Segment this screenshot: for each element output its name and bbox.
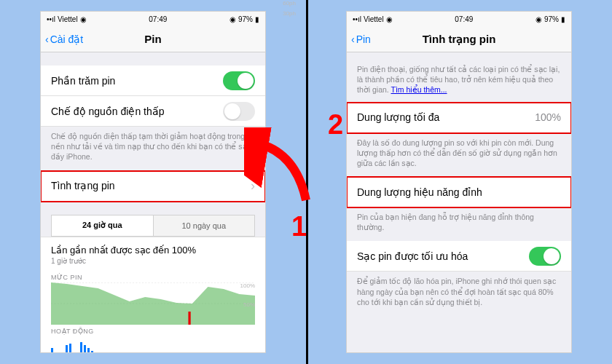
battery-health-row[interactable]: Tình trạng pin › [41,171,265,202]
carrier-label: Viettel [364,15,384,23]
status-bar: ••ılViettel◉ 07:49 ◉97%▮ [41,12,265,26]
max-capacity-footer: Đây là số đo dung lượng pin so với khi p… [347,133,571,178]
step-arrow-icon [244,127,317,215]
back-label: Cài đặt [50,33,84,45]
row-label: Dung lượng tối đa [357,111,439,123]
row-label: Sạc pin được tối ưu hóa [357,250,468,262]
wifi-icon: ◉ [386,15,393,23]
seg-10d[interactable]: 10 ngày qua [154,215,255,236]
max-capacity-value: 100% [535,111,561,123]
intro-text: Pin điện thoại, giống như tất cả các loạ… [347,52,571,103]
alarm-icon: ◉ [230,15,236,23]
back-button[interactable]: ‹Pin [347,33,371,45]
phone-screen-1: ••ılViettel◉ 07:49 ◉97%▮ ‹Cài đặt Pin Ph… [40,11,266,353]
battery-icon: ▮ [561,15,565,23]
status-bar: ••ılViettel◉ 07:49 ◉97%▮ [347,12,571,26]
step-2-label: 2 [328,109,343,141]
chevron-left-icon: ‹ [351,33,355,45]
nav-bar: ‹Cài đặt Pin [41,26,265,52]
low-power-mode-row[interactable]: Chế độ nguồn điện thấp [41,96,265,127]
back-button[interactable]: ‹Cài đặt [41,33,83,45]
last-charge-sub: 1 giờ trước [41,257,265,271]
battery-level-chart: 100% 50% [41,282,265,325]
alarm-icon: ◉ [536,15,542,23]
clock: 07:49 [455,15,473,23]
row-label: Chế độ nguồn điện thấp [51,106,165,117]
activity-label: HOẠT ĐỘNG [41,325,265,336]
nav-title: Tình trạng pin [347,33,571,46]
back-label: Pin [356,33,371,45]
peak-performance-row[interactable]: Dung lượng hiệu năng đỉnh [347,177,571,207]
battery-pct: 97% [238,15,253,23]
time-range-segment[interactable]: 24 giờ qua 10 ngày qua [51,215,255,237]
max-capacity-row[interactable]: Dung lượng tối đa 100% [347,103,571,133]
optimized-charging-row[interactable]: Sạc pin được tối ưu hóa [347,241,571,272]
battery-pct: 97% [544,15,559,23]
optimized-charging-footer: Để giảm tốc độ lão hóa pin, iPhone ghi n… [347,272,571,316]
wifi-icon: ◉ [80,15,87,23]
activity-chart: 60ph 30ph [41,336,265,353]
carrier-label: Viettel [58,15,78,23]
step-1-label: 1 [291,211,307,242]
row-label: Phần trăm pin [51,75,115,87]
signal-icon: ••ıl [353,15,361,23]
clock: 07:49 [149,15,167,23]
intro-body: Pin điện thoại, giống như tất cả các loạ… [357,65,560,94]
learn-more-link[interactable]: Tìm hiểu thêm... [391,85,447,94]
level-label: MỨC PIN [41,271,265,282]
row-label: Dung lượng hiệu năng đỉnh [357,186,482,198]
last-charge-title: Lần gần nhất được sạc đến 100% [41,237,265,257]
battery-percentage-toggle[interactable] [223,71,255,90]
signal-icon: ••ıl [47,15,55,23]
low-power-toggle[interactable] [223,102,255,121]
nav-bar: ‹Pin Tình trạng pin [347,26,571,52]
battery-percentage-row[interactable]: Phần trăm pin [41,66,265,96]
peak-performance-footer: Pin của bạn hiện đang hỗ trợ hiệu năng đ… [347,207,571,241]
row-label: Tình trạng pin [51,180,115,191]
svg-rect-2 [188,312,190,325]
low-power-footer: Chế độ nguồn điện thấp tạm thời giảm hoạ… [41,127,265,171]
tick-100: 100% [240,282,255,289]
battery-icon: ▮ [255,15,259,23]
optimized-charging-toggle[interactable] [529,247,561,266]
seg-24h[interactable]: 24 giờ qua [52,215,154,236]
phone-screen-2: ••ılViettel◉ 07:49 ◉97%▮ ‹Pin Tình trạng… [346,11,572,353]
tick-50: 50% [243,301,255,308]
chevron-left-icon: ‹ [45,33,49,45]
